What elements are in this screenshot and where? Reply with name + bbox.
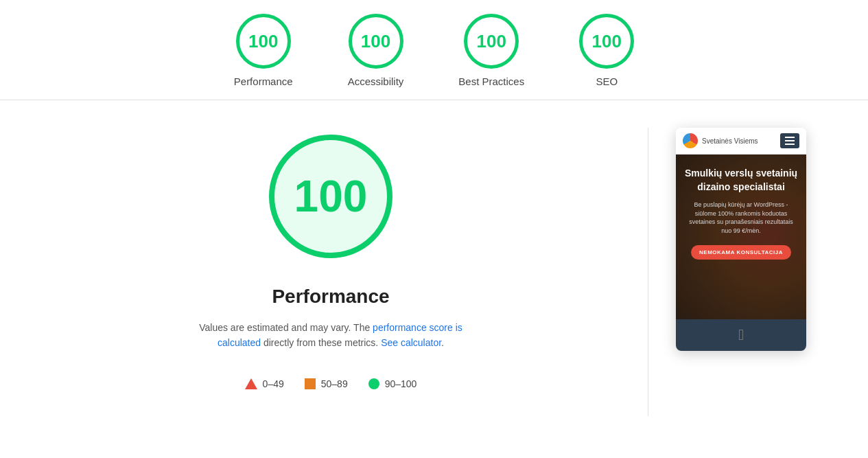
score-label-accessibility: Accessibility [348, 76, 404, 87]
description-text: Values are estimated and may vary. The [199, 322, 373, 333]
legend-fail: 0–49 [245, 378, 284, 389]
score-circle-seo: 100 [579, 14, 634, 69]
score-item-seo: 100 SEO [579, 14, 634, 87]
description-end: . [441, 337, 444, 348]
main-content: 100 Performance Values are estimated and… [0, 100, 868, 444]
score-circle-performance: 100 [236, 14, 291, 69]
average-range: 50–89 [321, 378, 348, 389]
hero-title: Smulkių verslų svetainių dizaino special… [684, 167, 798, 194]
pass-range: 90–100 [385, 378, 417, 389]
phone-bottom-bar:  [676, 319, 806, 351]
scores-bar: 100 Performance 100 Accessibility 100 Be… [0, 0, 868, 100]
logo-circle-icon [683, 133, 698, 148]
left-panel: 100 Performance Values are estimated and… [41, 114, 620, 430]
legend-average: 50–89 [305, 378, 348, 389]
legend-pass: 90–100 [368, 378, 417, 389]
score-item-best-practices: 100 Best Practices [458, 14, 524, 87]
hamburger-icon [780, 133, 799, 148]
score-item-accessibility: 100 Accessibility [348, 14, 404, 87]
site-logo: Svetainės Visiems [683, 133, 758, 148]
average-icon [305, 378, 316, 389]
phone-hero: Smulkių verslų svetainių dizaino special… [676, 154, 806, 319]
section-title: Performance [272, 286, 389, 308]
hero-subtitle: Be puslapių kūrėjų ar WordPress - siūlom… [684, 201, 798, 235]
big-score-circle: 100 [269, 135, 392, 258]
fail-icon [245, 378, 257, 389]
logo-text: Svetainės Visiems [702, 137, 758, 145]
score-label-best-practices: Best Practices [458, 76, 524, 87]
phone-header: Svetainės Visiems [676, 128, 806, 154]
score-circle-accessibility: 100 [349, 14, 403, 69]
phone-screenshot: Svetainės Visiems Smulkių verslų svetain… [676, 128, 806, 351]
calculator-link[interactable]: See calculator [381, 337, 441, 348]
hero-cta-button[interactable]: NEMOKAMA KONSULTACIJA [691, 245, 791, 260]
description-middle: directly from these metrics. [261, 337, 381, 348]
section-description: Values are estimated and may vary. The p… [187, 320, 475, 351]
pass-icon [368, 378, 379, 389]
vertical-divider [648, 128, 648, 416]
score-item-performance: 100 Performance [234, 14, 293, 87]
apple-icon:  [738, 326, 744, 344]
score-label-seo: SEO [596, 76, 618, 87]
score-legend: 0–49 50–89 90–100 [245, 378, 417, 389]
right-panel: Svetainės Visiems Smulkių verslų svetain… [676, 114, 827, 430]
score-label-performance: Performance [234, 76, 293, 87]
fail-range: 0–49 [263, 378, 284, 389]
score-circle-best-practices: 100 [464, 14, 519, 69]
